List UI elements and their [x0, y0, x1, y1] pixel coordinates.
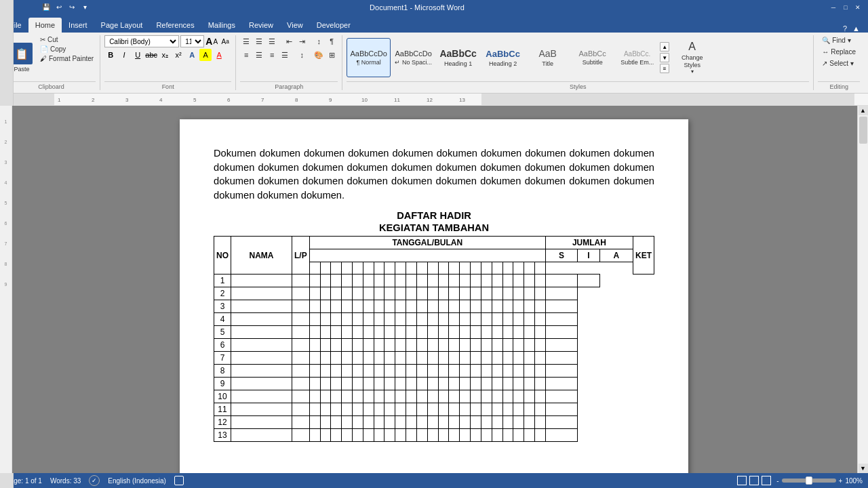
web-layout-btn[interactable]: [762, 476, 771, 485]
zoom-in-btn[interactable]: +: [839, 477, 843, 485]
scroll-up-btn[interactable]: ▲: [859, 106, 868, 115]
align-center-btn[interactable]: ☰: [253, 49, 265, 61]
customize-qa-btn[interactable]: ▾: [79, 1, 90, 12]
word-page[interactable]: Dokumen dokumen dokumen dokumen dokumen …: [180, 119, 688, 473]
paste-label: Paste: [14, 66, 29, 73]
scroll-track[interactable]: [858, 115, 868, 464]
scroll-thumb[interactable]: [859, 117, 867, 144]
tab-review[interactable]: Review: [242, 18, 280, 33]
zoom-thumb[interactable]: [806, 476, 812, 485]
tab-mailings[interactable]: Mailings: [201, 18, 242, 33]
language-info: English (Indonesia): [108, 477, 166, 485]
table-row[interactable]: 11: [214, 403, 654, 416]
shading-btn[interactable]: 🎨: [313, 49, 325, 61]
tab-page-layout[interactable]: Page Layout: [94, 18, 150, 33]
replace-button[interactable]: ↔ Replace: [818, 47, 860, 57]
borders-btn[interactable]: ⊞: [326, 49, 338, 61]
show-hide-btn[interactable]: ¶: [326, 35, 338, 47]
table-row[interactable]: 6: [214, 339, 654, 352]
line-spacing-btn[interactable]: ↕: [296, 49, 308, 61]
table-row[interactable]: 4: [214, 313, 654, 326]
justify-btn[interactable]: ☰: [279, 49, 291, 61]
full-screen-btn[interactable]: [749, 476, 759, 485]
clear-format-btn[interactable]: Aa: [219, 35, 231, 47]
spell-check-icon[interactable]: ✓: [89, 475, 100, 486]
find-button[interactable]: 🔍 Find ▾: [818, 35, 860, 45]
help-icon[interactable]: ?: [843, 24, 847, 33]
increase-indent-btn[interactable]: ⇥: [296, 35, 308, 47]
numbering-button[interactable]: ☰: [253, 35, 265, 47]
redo-qa-btn[interactable]: ↪: [66, 1, 77, 12]
table-row[interactable]: 12: [214, 416, 654, 429]
grow-font-btn[interactable]: A A: [205, 35, 218, 47]
table-row[interactable]: 5: [214, 326, 654, 339]
tab-home[interactable]: Home: [28, 18, 62, 33]
table-row[interactable]: 3: [214, 300, 654, 313]
undo-qa-btn[interactable]: ↩: [54, 1, 64, 12]
table-row[interactable]: 10: [214, 390, 654, 403]
svg-text:7: 7: [261, 97, 264, 103]
maximize-btn[interactable]: □: [841, 3, 850, 12]
table-row[interactable]: 7: [214, 352, 654, 365]
decrease-indent-btn[interactable]: ⇤: [283, 35, 295, 47]
svg-text:10: 10: [361, 97, 368, 103]
italic-button[interactable]: I: [118, 49, 130, 61]
style-subtitle[interactable]: AaBbCc Subtitle: [570, 38, 614, 77]
style-no-spacing-preview: AaBbCcDo: [395, 49, 431, 58]
table-row[interactable]: 13: [214, 429, 654, 442]
proofing-icon[interactable]: [174, 476, 184, 485]
multilevel-button[interactable]: ☰: [266, 35, 278, 47]
change-styles-button[interactable]: A Change Styles ▾: [673, 38, 711, 77]
table-row[interactable]: 8: [214, 365, 654, 378]
align-left-btn[interactable]: ≡: [240, 49, 252, 61]
highlight-button[interactable]: A: [199, 49, 212, 61]
cut-button[interactable]: ✂ Cut: [38, 35, 96, 44]
zoom-control[interactable]: - + 100%: [776, 477, 863, 485]
style-title[interactable]: AaB Title: [526, 38, 570, 77]
style-no-spacing[interactable]: AaBbCcDo ↵ No Spaci...: [391, 38, 435, 77]
expand-ribbon-btn[interactable]: ▲: [852, 24, 860, 33]
format-painter-button[interactable]: 🖌 Format Painter: [38, 54, 96, 63]
select-button[interactable]: ↗ Select ▾: [818, 58, 860, 68]
superscript-button[interactable]: x²: [172, 49, 184, 61]
style-subtle-em[interactable]: AaBbCc. Subtle Em...: [615, 38, 659, 77]
bullets-button[interactable]: ☰: [240, 35, 252, 47]
tab-developer[interactable]: Developer: [310, 18, 357, 33]
zoom-out-btn[interactable]: -: [776, 477, 778, 485]
strikethrough-button[interactable]: abc: [145, 49, 157, 61]
scroll-down-btn[interactable]: ▼: [859, 464, 868, 473]
table-row[interactable]: 9: [214, 378, 654, 390]
style-title-preview: AaB: [538, 48, 556, 59]
font-size-select[interactable]: 11: [180, 35, 204, 47]
styles-scroll-up[interactable]: ▲: [660, 42, 669, 52]
tab-view[interactable]: View: [280, 18, 310, 33]
table-row[interactable]: 1: [214, 274, 654, 287]
header-jumlah: JUMLAH: [545, 237, 633, 249]
zoom-track[interactable]: [782, 479, 836, 483]
style-heading2[interactable]: AaBbCc Heading 2: [481, 38, 525, 77]
styles-scroll-more[interactable]: ≡: [660, 64, 669, 73]
text-effects-button[interactable]: A: [186, 49, 198, 61]
copy-button[interactable]: 📄 Copy: [38, 45, 96, 54]
style-heading1-label: Heading 1: [444, 60, 472, 67]
tab-references[interactable]: References: [149, 18, 201, 33]
font-color-button[interactable]: A: [213, 49, 225, 61]
subscript-button[interactable]: x₂: [159, 49, 171, 61]
align-right-btn[interactable]: ≡: [266, 49, 278, 61]
table-row[interactable]: 2: [214, 287, 654, 300]
bold-button[interactable]: B: [104, 49, 117, 61]
print-layout-btn[interactable]: [737, 476, 747, 485]
minimize-btn[interactable]: ─: [829, 3, 838, 12]
vertical-scrollbar[interactable]: ▲ ▼: [857, 106, 868, 473]
sort-btn[interactable]: ↕: [313, 35, 325, 47]
styles-scroll[interactable]: ▲ ▼ ≡: [660, 42, 669, 73]
font-family-select[interactable]: Calibri (Body): [104, 35, 179, 47]
close-btn[interactable]: ✕: [853, 3, 863, 12]
style-heading1[interactable]: AaBbCc Heading 1: [436, 38, 480, 77]
underline-button[interactable]: U: [132, 49, 144, 61]
document-paragraph[interactable]: Dokumen dokumen dokumen dokumen dokumen …: [214, 146, 654, 202]
save-qa-btn[interactable]: 💾: [41, 1, 52, 12]
style-normal[interactable]: AaBbCcDo ¶ Normal: [347, 38, 391, 77]
tab-insert[interactable]: Insert: [62, 18, 94, 33]
styles-scroll-down[interactable]: ▼: [660, 53, 669, 62]
